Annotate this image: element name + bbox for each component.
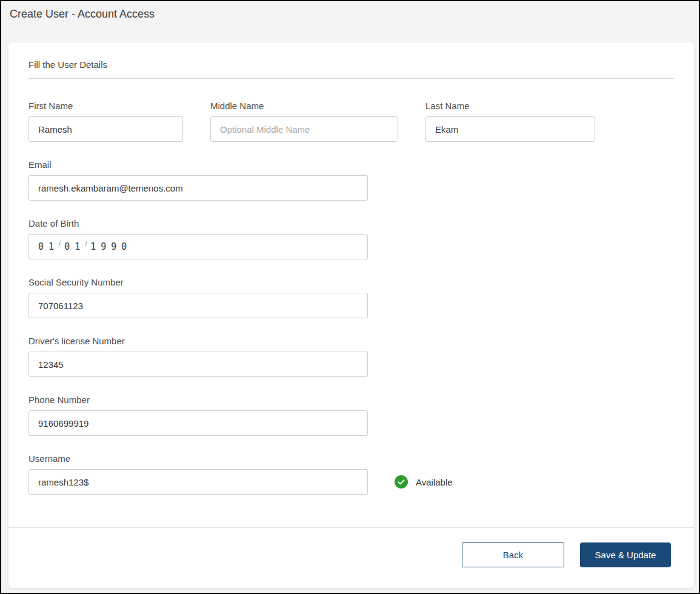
dob-separator: /	[85, 240, 87, 247]
middle-name-input[interactable]	[210, 116, 398, 142]
app-window: Create User - Account Access Fill the Us…	[0, 0, 700, 594]
dob-input[interactable]: 01/01/1990	[28, 234, 368, 259]
last-name-field-group: Last Name	[425, 101, 595, 142]
last-name-input[interactable]	[425, 116, 595, 142]
dob-year: 1990	[90, 241, 132, 252]
username-field-group: Username Available	[28, 453, 674, 495]
availability-text: Available	[416, 477, 453, 487]
user-details-card: Fill the User Details First Name Middle …	[8, 42, 694, 588]
email-input[interactable]	[28, 175, 368, 201]
username-input[interactable]	[28, 469, 368, 495]
dob-separator: /	[59, 240, 61, 247]
username-availability-status: Available	[395, 475, 453, 489]
drivers-license-input[interactable]	[28, 352, 368, 377]
check-circle-icon	[395, 475, 408, 489]
phone-label: Phone Number	[28, 395, 674, 405]
middle-name-field-group: Middle Name	[210, 101, 398, 142]
dob-label: Date of Birth	[28, 218, 674, 229]
ssn-field-group: Social Security Number	[28, 277, 674, 318]
last-name-label: Last Name	[425, 101, 595, 111]
ssn-input[interactable]	[28, 293, 368, 318]
drivers-license-label: Driver's license Number	[28, 336, 674, 346]
drivers-license-field-group: Driver's license Number	[28, 336, 674, 377]
phone-field-group: Phone Number	[28, 395, 674, 436]
first-name-label: First Name	[28, 101, 183, 111]
page-title: Create User - Account Access	[10, 8, 155, 21]
first-name-field-group: First Name	[28, 101, 183, 142]
section-title: Fill the User Details	[28, 59, 674, 79]
first-name-input[interactable]	[28, 116, 183, 142]
user-details-form: First Name Middle Name Last Name Email	[28, 101, 674, 495]
email-label: Email	[28, 159, 674, 170]
dob-field-group: Date of Birth 01/01/1990	[28, 218, 674, 259]
phone-input[interactable]	[28, 410, 368, 436]
back-button[interactable]: Back	[462, 542, 564, 567]
ssn-label: Social Security Number	[28, 277, 674, 287]
username-label: Username	[28, 453, 674, 464]
save-update-button[interactable]: Save & Update	[580, 542, 671, 567]
card-footer: Back Save & Update	[8, 527, 694, 588]
dob-day: 01	[64, 241, 85, 252]
dob-month: 01	[38, 241, 59, 252]
email-field-group: Email	[28, 159, 674, 201]
middle-name-label: Middle Name	[210, 101, 398, 111]
